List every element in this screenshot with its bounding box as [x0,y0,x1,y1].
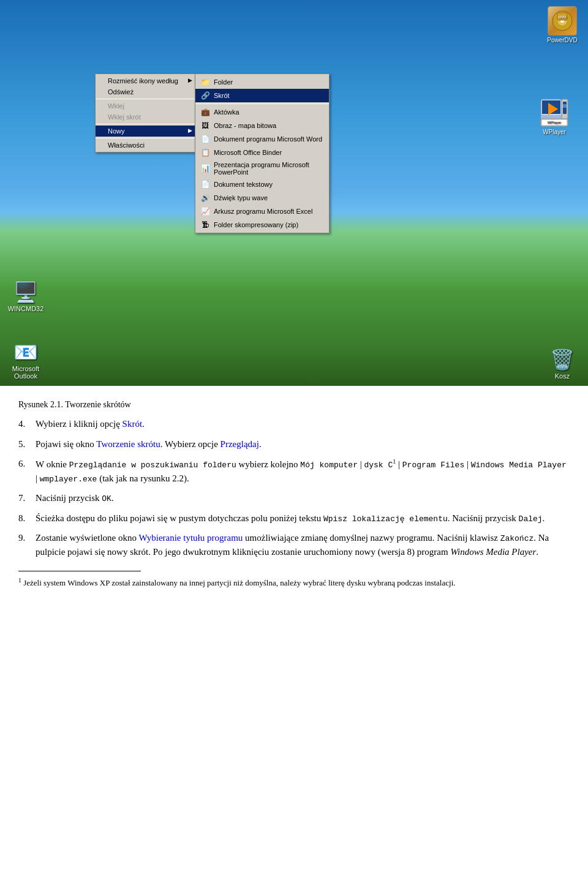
step-9-window: Wybieranie tytułu programu [138,533,243,543]
binder-icon: 📋 [200,148,210,157]
submenu-powerpoint[interactable]: 📊 Prezentacja programu Microsoft PowerPo… [195,159,329,178]
context-menu-refresh[interactable]: Odśwież [96,86,195,97]
step-4-number: 4. [18,417,31,431]
context-menu: Rozmieść ikony według Odśwież Wklej Wkle… [95,73,196,152]
context-menu-new[interactable]: Nowy [96,126,195,137]
screenshot: DVD PowerDVD WPlayer WPlayer Rozmieść ik… [0,0,588,386]
step-9: 9. Zostanie wyświetlone okno Wybieranie … [18,531,570,559]
svg-rect-11 [563,104,567,108]
wincmd32-icon-img: 🖥️ [13,280,38,304]
step-8-content: Ścieżka dostępu do pliku pojawi się w pu… [36,511,570,525]
step-7: 7. Naciśnij przycisk OK. [18,491,570,505]
footnote: 1 Jeżeli system Windows XP został zainst… [18,576,570,589]
step-8-code-location: Wpisz lokalizację elementu [323,514,448,524]
step-6-code-window: Przeglądanie w poszukiwaniu folderu [69,461,236,470]
step-7-code-ok: OK [102,494,111,503]
context-menu-arrange-icons[interactable]: Rozmieść ikony według [96,75,195,86]
step-6-number: 6. [18,457,31,485]
submenu-folder[interactable]: 📁 Folder [195,75,329,89]
text-content-area: Rysunek 2.1. Tworzenie skrótów 4. Wybier… [0,386,588,608]
separator-3 [96,138,195,138]
step-8-code-next: Dalej [519,514,543,524]
powerdvd-label: PowerDVD [543,37,582,43]
desktop-icon-powerdvd[interactable]: DVD PowerDVD [543,6,582,43]
step-5: 5. Pojawi się okno Tworzenie skrótu. Wyb… [18,437,570,451]
step-7-number: 7. [18,491,31,505]
desktop-icon-wincmd32[interactable]: 🖥️ WINCMD32 [6,280,45,312]
bitmap-icon: 🖼 [200,121,210,130]
submenu-wave-label: Dźwięk typu wave [214,194,268,201]
step-4: 4. Wybierz i kliknij opcję Skrót. [18,417,570,431]
step-6-code-mycomp: Mój komputer [300,461,358,470]
step-5-window: Tworzenie skrótu [96,439,160,449]
svg-rect-8 [541,115,562,119]
step-6-footnote-ref: 1 [393,458,396,465]
word-icon: 📄 [200,134,210,144]
step-5-number: 5. [18,437,31,451]
submenu-shortcut[interactable]: 🔗 Skrót [195,89,329,102]
submenu-excel-label: Arkusz programu Microsoft Excel [214,208,312,215]
submenu-word[interactable]: 📄 Dokument programu Microsoft Word [195,132,329,146]
step-9-content: Zostanie wyświetlone okno Wybieranie tyt… [36,531,570,559]
step-6-content: W oknie Przeglądanie w poszukiwaniu fold… [36,457,570,485]
submenu-wave[interactable]: 🔊 Dźwięk typu wave [195,191,329,205]
step-6-code-wmplayer: wmplayer.exe [40,475,97,484]
wplayer-icon-img: WPlayer [540,98,569,127]
step-6-code-progfiles: Program Files [402,461,464,470]
submenu-bitmap-label: Obraz - mapa bitowa [214,122,276,129]
submenu-nowy: 📁 Folder 🔗 Skrót 💼 Aktówka 🖼 Obraz - map… [195,73,330,233]
footnote-separator [18,571,141,571]
submenu-sep-1 [195,104,329,104]
submenu-zip-label: Folder skompresowany (zip) [214,221,298,228]
context-menu-paste: Wklej [96,100,195,111]
step-9-number: 9. [18,531,31,559]
svg-text:DVD: DVD [559,15,567,19]
figure-caption: Rysunek 2.1. Tworzenie skrótów [18,398,570,411]
context-menu-paste-shortcut: Wklej skrót [96,111,195,122]
submenu-text-label: Dokument tekstowy [214,181,273,188]
step-5-option: Przeglądaj [221,439,259,449]
submenu-binder-label: Microsoft Office Binder [214,149,282,156]
submenu-briefcase-label: Aktówka [214,108,239,116]
step-9-wmp: Windows Media Player [450,547,536,557]
submenu-binder[interactable]: 📋 Microsoft Office Binder [195,146,329,159]
submenu-folder-label: Folder [214,78,233,86]
submenu-zip[interactable]: 🗜 Folder skompresowany (zip) [195,218,329,232]
step-4-skrot: Skrót [123,419,143,429]
separator-1 [96,99,195,99]
excel-icon: 📈 [200,206,210,216]
text-icon: 📄 [200,179,210,189]
submenu-shortcut-label: Skrót [214,92,230,99]
zip-icon: 🗜 [200,220,210,230]
step-8: 8. Ścieżka dostępu do pliku pojawi się w… [18,511,570,525]
separator-2 [96,124,195,124]
submenu-excel[interactable]: 📈 Arkusz programu Microsoft Excel [195,205,329,218]
folder-icon: 📁 [200,77,210,87]
shortcut-icon: 🔗 [200,91,210,100]
step-6-code-wmp: Windows Media Player [471,461,567,470]
submenu-bitmap[interactable]: 🖼 Obraz - mapa bitowa [195,119,329,132]
svg-text:WPlayer: WPlayer [548,121,562,124]
step-6: 6. W oknie Przeglądanie w poszukiwaniu f… [18,457,570,485]
submenu-text[interactable]: 📄 Dokument tekstowy [195,178,329,191]
desktop-icon-kosz[interactable]: 🗑️ Kosz [543,348,582,380]
wincmd32-label: WINCMD32 [8,305,44,312]
context-menu-properties[interactable]: Właściwości [96,140,195,151]
desktop-icon-outlook[interactable]: 📧 MicrosoftOutlook [6,341,45,380]
desktop-icon-wplayer[interactable]: WPlayer WPlayer [533,98,576,135]
powerpoint-icon: 📊 [200,164,210,173]
wave-icon: 🔊 [200,193,210,203]
step-4-content: Wybierz i kliknij opcję Skrót. [36,417,570,431]
submenu-powerpoint-label: Prezentacja programu Microsoft PowerPoin… [214,161,324,176]
wplayer-label: WPlayer [533,129,576,135]
step-6-code-diskc: dysk C [364,461,393,470]
step-5-content: Pojawi się okno Tworzenie skrótu. Wybier… [36,437,570,451]
submenu-briefcase[interactable]: 💼 Aktówka [195,105,329,119]
outlook-icon-img: 📧 [13,341,38,364]
powerdvd-icon-img: DVD [548,6,577,36]
step-8-number: 8. [18,511,31,525]
kosz-icon-img: 🗑️ [550,348,575,371]
kosz-label: Kosz [555,372,570,380]
step-7-content: Naciśnij przycisk OK. [36,491,570,505]
outlook-label: MicrosoftOutlook [12,365,40,380]
